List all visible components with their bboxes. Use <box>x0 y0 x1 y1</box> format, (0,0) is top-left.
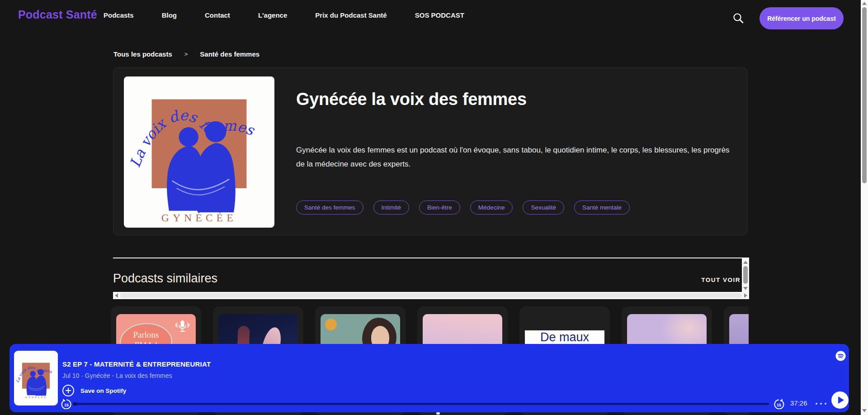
progress-bar[interactable] <box>73 403 769 405</box>
save-label: Save on Spotify <box>80 387 126 394</box>
scroll-down-icon[interactable] <box>743 287 748 290</box>
episode-title: S2 EP 7 - MATERNITÉ & ENTREPRENEURIAT <box>62 360 211 368</box>
scroll-left-icon[interactable] <box>115 293 118 298</box>
site-logo[interactable]: Podcast Santé <box>18 8 97 21</box>
podcast-card: Gynécée la voix des femmes Gynécée la vo… <box>113 67 747 235</box>
nav-item-contact[interactable]: Contact <box>205 11 230 19</box>
svg-text:15: 15 <box>777 403 781 407</box>
save-on-spotify-button[interactable]: Save on Spotify <box>62 384 126 397</box>
page-scroll-thumb[interactable] <box>862 7 867 183</box>
scroll-up-icon[interactable] <box>743 261 748 264</box>
scroll-hint-dot <box>436 412 440 415</box>
nav-item-agence[interactable]: L'agence <box>258 11 287 19</box>
svg-text:15: 15 <box>64 403 69 407</box>
nav-item-podcasts[interactable]: Podcasts <box>104 11 134 19</box>
page-scroll-up-icon[interactable] <box>862 2 867 5</box>
podcast-cover-art <box>124 76 274 228</box>
play-button[interactable] <box>831 391 849 409</box>
skip-back-15-icon[interactable]: 15 <box>61 397 72 409</box>
search-icon[interactable] <box>732 12 744 24</box>
add-save-icon[interactable] <box>62 385 74 396</box>
cover-badge-icon <box>325 319 337 330</box>
more-options-icon[interactable] <box>816 403 826 405</box>
player-cover-thumbnail <box>14 351 58 405</box>
episode-meta: Jul 10 · Gynécée - La voix des femmes <box>62 372 172 379</box>
tag-sexualite[interactable]: Sexualité <box>523 200 564 215</box>
widget-vertical-scrollbar[interactable] <box>742 258 749 292</box>
tag-sante-mentale[interactable]: Santé mentale <box>574 200 630 215</box>
pma-text-line1: Parlons <box>121 329 171 340</box>
scroll-right-icon[interactable] <box>744 293 747 298</box>
mic-icon <box>173 320 191 337</box>
page-scrollbar[interactable] <box>861 0 868 415</box>
page-title: Gynécée la voix des femmes <box>296 90 527 109</box>
nav-item-blog[interactable]: Blog <box>162 11 177 19</box>
reference-podcast-button[interactable]: Référencer un podcast <box>760 7 844 29</box>
widget-hscroll-thumb[interactable] <box>120 293 742 298</box>
play-icon <box>838 396 844 404</box>
widget-vscroll-thumb[interactable] <box>743 266 748 284</box>
similar-section-title: Podcasts similaires <box>113 272 217 286</box>
tag-sante-des-femmes[interactable]: Santé des femmes <box>296 200 363 215</box>
page-scroll-down-icon[interactable] <box>862 409 867 412</box>
section-divider <box>113 258 749 258</box>
spotify-logo-icon[interactable] <box>835 351 846 361</box>
tag-list: Santé des femmes Intimité Bien-être Méde… <box>296 200 630 215</box>
time-remaining: 37:26 <box>790 399 807 407</box>
tag-intimite[interactable]: Intimité <box>373 200 410 215</box>
podcast-description: Gynécée la voix des femmes est un podcas… <box>296 143 730 171</box>
progress-playhead[interactable] <box>73 402 77 405</box>
nav-item-sos-podcast[interactable]: SOS PODCAST <box>415 11 464 19</box>
nav-item-prix[interactable]: Prix du Podcast Santé <box>315 11 387 19</box>
nav-menu: Podcasts Blog Contact L'agence Prix du P… <box>104 0 464 30</box>
skip-forward-15-icon[interactable]: 15 <box>773 397 785 409</box>
tag-medecine[interactable]: Médecine <box>470 200 513 215</box>
maux-text-line1: De maux <box>525 330 604 344</box>
breadcrumb: Tous les podcasts > Santé des femmes <box>113 50 259 58</box>
spotify-player: S2 EP 7 - MATERNITÉ & ENTREPRENEURIAT Ju… <box>9 344 849 412</box>
tag-bien-etre[interactable]: Bien-être <box>419 200 460 215</box>
breadcrumb-all-podcasts[interactable]: Tous les podcasts <box>113 50 172 58</box>
widget-horizontal-scrollbar[interactable] <box>113 292 749 299</box>
breadcrumb-separator-icon: > <box>184 51 188 57</box>
see-all-link[interactable]: TOUT VOIR <box>682 277 741 283</box>
page: La voix des femmes GYNÉCÉE Podcast Santé… <box>0 0 868 415</box>
top-nav: Podcast Santé Podcasts Blog Contact L'ag… <box>0 0 868 30</box>
breadcrumb-current[interactable]: Santé des femmes <box>200 50 259 58</box>
